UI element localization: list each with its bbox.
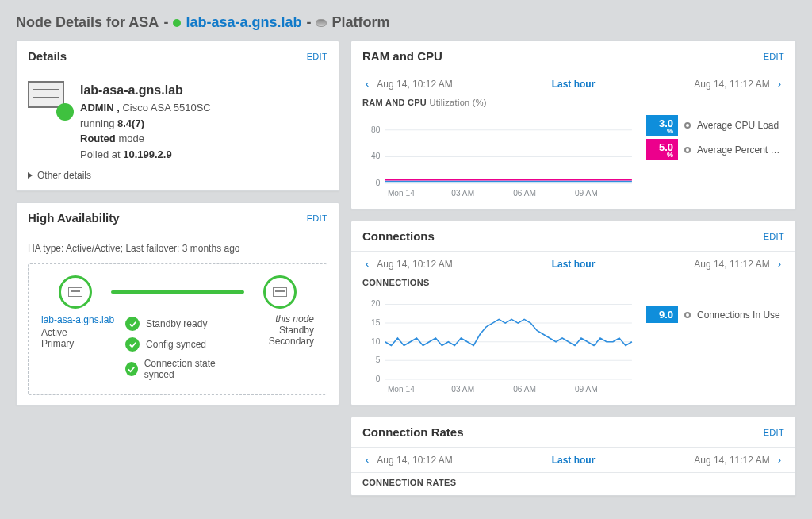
ha-title: High Availability [28,211,120,225]
svg-text:09 AM: 09 AM [575,385,598,394]
connection-rates-chart-title: CONNECTION RATES [351,473,795,495]
title-platform: Platform [331,14,389,31]
svg-text:10: 10 [371,337,381,346]
legend-badge: 9.0 [646,306,678,323]
connection-rates-chart-label: CONNECTION RATES [362,478,456,487]
details-version: 8.4(7) [117,117,144,129]
check-icon [125,362,138,376]
connections-title: Connections [362,229,435,243]
ha-left-role: Primary [41,338,121,349]
marker-icon [684,312,691,318]
ha-status-label: Config synced [146,339,206,350]
ram-cpu-chart-label: RAM AND CPU [362,98,427,107]
ha-meta: HA type: Active/Active; Last failover: 3… [28,243,327,254]
ha-left-host[interactable]: lab-asa-a.gns.lab [41,313,121,327]
legend-item-mem[interactable]: 5.0 % Average Percent Me… [646,139,784,160]
connection-rates-edit-link[interactable]: EDIT [764,428,784,437]
ha-status-label: Connection state synced [144,358,235,380]
ha-status-item: Connection state synced [125,355,235,383]
details-polled-ip: 10.199.2.9 [123,148,171,160]
connections-edit-link[interactable]: EDIT [764,232,784,241]
ram-cpu-card: RAM and CPU EDIT ‹ Aug 14, 10:12 AM Last… [350,40,796,210]
ram-cpu-time-bar: ‹ Aug 14, 10:12 AM Last hour Aug 14, 11:… [351,71,795,96]
legend-item-cpu[interactable]: 3.0 % Average CPU Load [646,115,784,136]
svg-text:40: 40 [371,152,381,160]
ha-node-left[interactable] [41,275,109,309]
ha-node-up-icon [59,275,92,309]
svg-text:5: 5 [376,356,381,364]
connections-chart[interactable]: 05101520Mon 1403 AM06 AM09 AM [362,292,637,395]
details-admin: ADMIN , [80,102,120,113]
connections-legend: 9.0 Connections In Use [646,292,784,326]
time-start: Aug 14, 10:12 AM [377,79,452,90]
ram-cpu-chart[interactable]: 04080Mon 1403 AM06 AM09 AM [362,112,637,199]
time-end: Aug 14, 11:12 AM [694,259,769,270]
details-model: Cisco ASA 5510SC [122,102,210,113]
connections-time-bar: ‹ Aug 14, 10:12 AM Last hour Aug 14, 11:… [351,252,795,276]
marker-icon [684,147,691,153]
time-prev-button[interactable]: ‹ [362,78,372,90]
connection-rates-time-bar: ‹ Aug 14, 10:12 AM Last hour Aug 14, 11:… [351,448,795,472]
legend-badge: 3.0 % [646,115,678,136]
details-title: Details [28,49,67,63]
chevron-right-icon [28,172,33,179]
svg-text:03 AM: 03 AM [451,189,474,198]
svg-text:15: 15 [371,318,381,327]
ha-right-role: Secondary [235,336,314,347]
details-hostname: lab-asa-a.gns.lab [80,81,327,100]
legend-item-conn[interactable]: 9.0 Connections In Use [646,306,784,323]
ha-right-host: this node [235,313,314,325]
time-prev-button[interactable]: ‹ [362,454,372,466]
ha-card: High Availability EDIT HA type: Active/A… [16,202,339,406]
ha-status-list: Standby ready Config synced Connection s… [121,313,235,383]
ha-status-item: Standby ready [125,313,235,334]
status-up-icon [56,103,74,121]
time-next-button[interactable]: › [775,258,784,270]
ha-meta-prefix: HA type: Active/Active; Last failover: [28,243,179,254]
details-mode-bold: Routed [80,133,116,144]
ha-node-right[interactable] [246,275,314,309]
time-start: Aug 14, 10:12 AM [377,259,452,270]
ram-cpu-chart-title: RAM AND CPU Utilization (%) [351,96,795,107]
ha-right-state: Standby [235,325,314,336]
ram-cpu-edit-link[interactable]: EDIT [764,52,784,61]
ha-edit-link[interactable]: EDIT [307,213,327,223]
device-icon [28,81,69,116]
svg-text:0: 0 [376,179,381,187]
svg-text:03 AM: 03 AM [451,385,474,394]
svg-text:06 AM: 06 AM [513,189,536,198]
marker-icon [684,122,691,129]
svg-text:09 AM: 09 AM [575,189,598,198]
time-next-button[interactable]: › [775,78,784,90]
platform-icon [316,19,327,27]
ha-diagram: lab-asa-a.gns.lab Active Primary Standby… [28,263,327,395]
time-range-select[interactable]: Last hour [552,455,596,466]
time-range-select[interactable]: Last hour [552,259,596,270]
legend-cpu-unit: % [651,129,673,133]
ha-left-state: Active [41,327,121,338]
ram-cpu-title: RAM and CPU [362,49,442,63]
connection-rates-card: Connection Rates EDIT ‹ Aug 14, 10:12 AM… [350,417,796,496]
time-range-select[interactable]: Last hour [552,79,596,90]
legend-mem-label: Average Percent Me… [697,144,784,156]
svg-text:0: 0 [376,375,381,383]
title-prefix: Node Details for ASA [16,14,159,31]
connections-card: Connections EDIT ‹ Aug 14, 10:12 AM Last… [350,221,796,406]
svg-text:20: 20 [371,300,381,309]
ha-status-item: Config synced [125,334,235,355]
time-next-button[interactable]: › [775,454,784,466]
details-edit-link[interactable]: EDIT [307,52,327,61]
other-details-label: Other details [37,170,91,181]
other-details-toggle[interactable]: Other details [28,170,327,181]
time-end: Aug 14, 11:12 AM [694,455,769,466]
time-prev-button[interactable]: ‹ [362,258,372,270]
time-end: Aug 14, 11:12 AM [694,79,769,90]
legend-cpu-label: Average CPU Load [697,120,784,131]
svg-text:Mon 14: Mon 14 [388,385,415,394]
ha-left-node-labels: lab-asa-a.gns.lab Active Primary [41,313,121,383]
status-up-icon [173,19,181,27]
legend-badge: 5.0 % [646,139,678,160]
title-hostname[interactable]: lab-asa-a.gns.lab [186,14,301,31]
connection-rates-title: Connection Rates [362,425,464,439]
ha-status-label: Standby ready [146,318,207,329]
